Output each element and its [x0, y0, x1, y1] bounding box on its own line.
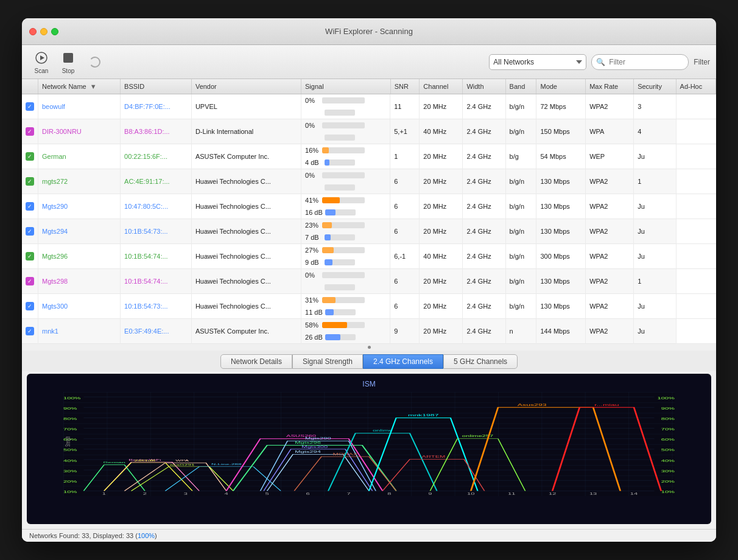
table-row[interactable]: ✓Mgts29610:1B:54:74:...Huawei Technologi…	[22, 243, 716, 268]
row-snr	[301, 181, 390, 194]
tab-5ghz-channels[interactable]: 5 GHz Channels	[443, 354, 518, 369]
row-checkbox: ✓	[22, 268, 38, 293]
row-adhoc: Ju	[634, 194, 676, 219]
row-vendor: D-Link International	[191, 119, 301, 144]
table-row[interactable]: ✓Mgts30010:1B:54:73:...Huawei Technologi…	[22, 293, 716, 318]
row-checkbox: ✓	[22, 94, 38, 119]
scroll-indicator	[22, 344, 716, 351]
col-checkbox	[22, 79, 38, 94]
close-button[interactable]	[29, 28, 37, 35]
bottom-panel: Network Details Signal Strength 2.4 GHz …	[22, 344, 716, 542]
row-channel: 1	[390, 144, 420, 169]
maximize-button[interactable]	[51, 28, 58, 35]
col-snr: SNR	[390, 79, 420, 94]
table-row[interactable]: ✓Mgts29810:1B:54:74:...Huawei Technologi…	[22, 268, 716, 293]
status-text: Networks Found: 33, Displayed: 33 (100%)	[29, 532, 157, 539]
svg-text:7: 7	[346, 492, 351, 495]
row-bssid: 10:47:80:5C:...	[121, 194, 192, 219]
row-bssid: 10:1B:54:74:...	[121, 243, 192, 268]
svg-text:10%: 10%	[661, 490, 675, 493]
svg-text:4: 4	[225, 492, 229, 495]
minimize-button[interactable]	[40, 28, 47, 35]
svg-text:8: 8	[387, 492, 392, 495]
row-bssid: 10:1B:54:73:...	[121, 293, 192, 318]
stop-label: Stop	[62, 68, 75, 74]
svg-text:9: 9	[428, 492, 432, 495]
svg-text:30%: 30%	[661, 469, 675, 472]
scan-button[interactable]: Scan	[28, 47, 55, 77]
row-width: 20 MHz	[420, 318, 463, 343]
network-table-container: Network Name ▼ BSSID Vendor Signal SNR C…	[22, 79, 716, 344]
svg-text:13: 13	[589, 492, 597, 495]
row-vendor: Huawei Technologies C...	[191, 268, 301, 293]
row-bssid: B8:A3:86:1D:...	[121, 119, 192, 144]
table-row[interactable]: ✓German00:22:15:6F:...ASUSTeK Computer I…	[22, 144, 716, 169]
row-mode: b/g/n	[505, 293, 536, 318]
row-adhoc: Ju	[634, 219, 676, 243]
col-width: Width	[463, 79, 505, 94]
row-max-rate: 130 Mbps	[536, 268, 586, 293]
row-max-rate: 130 Mbps	[536, 194, 586, 219]
row-band: 2.4 GHz	[463, 243, 505, 268]
row-mode: b/g/n	[505, 169, 536, 194]
network-filter-select[interactable]: All Networks	[489, 54, 586, 70]
scan-icon	[33, 49, 50, 66]
svg-text:3: 3	[184, 492, 188, 495]
row-snr: 9 dB	[301, 256, 390, 268]
row-snr: 7 dB	[301, 231, 390, 243]
table-row[interactable]: ✓Mgts29410:1B:54:73:...Huawei Technologi…	[22, 219, 716, 243]
table-header-row: Network Name ▼ BSSID Vendor Signal SNR C…	[22, 79, 716, 94]
row-network-name: mnk1	[38, 318, 121, 343]
row-checkbox: ✓	[22, 318, 38, 343]
col-bssid: BSSID	[121, 79, 192, 94]
row-network-name: Mgts300	[38, 293, 121, 318]
row-width: 40 MHz	[420, 119, 463, 144]
col-adhoc: Ad-Hoc	[676, 79, 715, 94]
tab-network-details[interactable]: Network Details	[220, 354, 292, 369]
row-band: 2.4 GHz	[463, 318, 505, 343]
row-bssid: AC:4E:91:17:...	[121, 169, 192, 194]
filter-label[interactable]: Filter	[694, 58, 710, 66]
row-mode: b/g/n	[505, 119, 536, 144]
svg-text:70%: 70%	[661, 427, 675, 430]
row-band: 2.4 GHz	[463, 119, 505, 144]
row-max-rate: 144 Mbps	[536, 318, 586, 343]
table-row[interactable]: ✓mnk1E0:3F:49:4E:...ASUSTeK Computer Inc…	[22, 318, 716, 343]
row-signal: 0%	[301, 269, 390, 281]
svg-text:2: 2	[143, 492, 147, 495]
row-channel: 6	[390, 194, 420, 219]
row-snr: 11 dB	[301, 306, 390, 318]
table-row[interactable]: ✓beowulfD4:BF:7F:0E:...UPVEL0%1120 MHz2.…	[22, 94, 716, 119]
filter-input[interactable]	[591, 54, 689, 70]
filter-container: 🔍	[591, 54, 689, 70]
row-security: WPA2	[586, 243, 634, 268]
chart-svg-container: 10% 20% 30% 40% 50% 60% 70% 80% 90% 100%…	[63, 392, 675, 497]
row-network-name: Mgts294	[38, 219, 121, 243]
tab-24ghz-channels[interactable]: 2.4 GHz Channels	[363, 354, 443, 369]
row-band: 2.4 GHz	[463, 293, 505, 318]
col-max-rate: Max Rate	[586, 79, 634, 94]
svg-text:N-Line-288: N-Line-288	[211, 463, 242, 466]
stop-button[interactable]: Stop	[55, 47, 82, 77]
chart-inner: ISM 10% 20% 30%	[27, 374, 711, 525]
tab-signal-strength[interactable]: Signal Strength	[292, 354, 363, 369]
spinner-icon	[86, 54, 104, 71]
row-channel: 9	[390, 318, 420, 343]
table-row[interactable]: ✓Mgts29010:47:80:5C:...Huawei Technologi…	[22, 194, 716, 219]
svg-text:80%: 80%	[661, 417, 675, 420]
scan-label: Scan	[35, 68, 49, 74]
row-channel: 6	[390, 169, 420, 194]
col-signal: Signal	[301, 79, 391, 94]
row-security: WEP	[586, 144, 634, 169]
row-adhoc: 3	[634, 94, 676, 119]
row-band: 2.4 GHz	[463, 194, 505, 219]
main-window: WiFi Explorer - Scanning Scan Stop	[22, 18, 716, 542]
row-signal: 0%	[301, 119, 390, 131]
col-network-name[interactable]: Network Name ▼	[38, 79, 121, 94]
table-row[interactable]: ✓DIR-300NRUB8:A3:86:1D:...D-Link Interna…	[22, 119, 716, 144]
svg-text:Mgts290: Mgts290	[305, 436, 331, 439]
row-bssid: 10:1B:54:74:...	[121, 268, 192, 293]
table-row[interactable]: ✓mgts272AC:4E:91:17:...Huawei Technologi…	[22, 169, 716, 194]
row-width: 20 MHz	[420, 144, 463, 169]
svg-text:14: 14	[630, 492, 638, 495]
